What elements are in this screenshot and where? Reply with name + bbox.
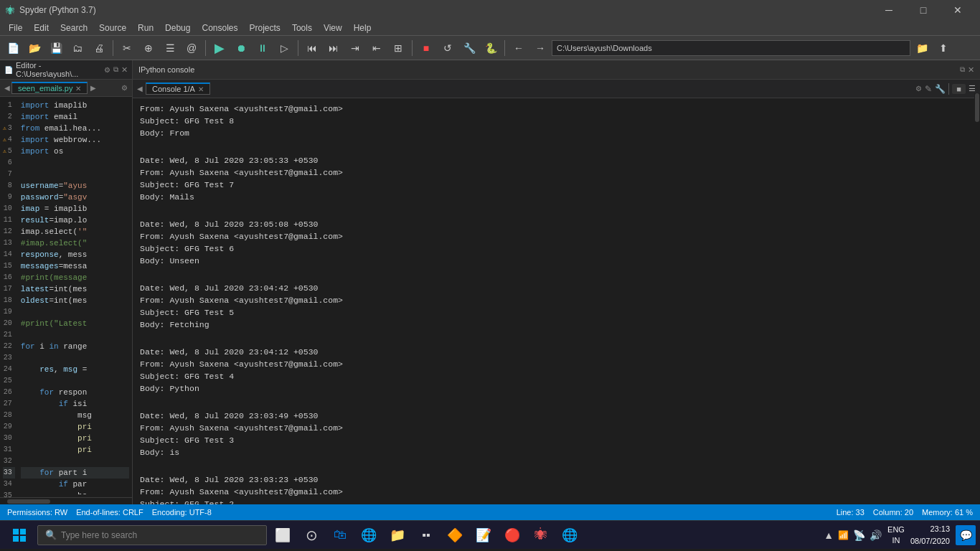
code-line-32 — [21, 456, 129, 467]
maximize-button[interactable]: □ — [907, 0, 940, 20]
stop-button[interactable]: ■ — [416, 38, 436, 58]
editor-file-tab-close[interactable]: ✕ — [75, 85, 81, 93]
editor-tab-left-nav[interactable]: ◀ — [3, 83, 11, 93]
tray-arrow[interactable]: ▲ — [824, 529, 834, 541]
store-button[interactable]: 🛍 — [327, 521, 353, 550]
edge-button[interactable]: 🌐 — [356, 521, 382, 550]
path-input[interactable] — [552, 40, 910, 56]
menu-consoles[interactable]: Consoles — [196, 22, 243, 34]
menu-tools[interactable]: Tools — [286, 22, 318, 34]
refresh-button[interactable]: ⬆ — [933, 38, 953, 58]
close-button[interactable]: ✕ — [941, 0, 974, 20]
minimize-button[interactable]: ─ — [872, 0, 905, 20]
console-tab-gear[interactable]: 🔧 — [935, 84, 946, 94]
editor-scrollbar-h[interactable] — [0, 497, 132, 504]
console-scroll-thumb[interactable] — [975, 93, 979, 122]
start-button[interactable] — [4, 521, 34, 550]
console-stop-btn[interactable]: ■ — [952, 84, 966, 94]
console-tab-edit[interactable]: ✎ — [925, 84, 932, 94]
menu-search[interactable]: Search — [55, 22, 93, 34]
line-num-20: 20 — [3, 318, 15, 329]
language-indicator[interactable]: ENGIN — [887, 524, 905, 545]
notification-button[interactable]: 💬 — [956, 525, 976, 545]
step-button[interactable]: ▷ — [274, 38, 294, 58]
print-button[interactable]: 🖨 — [89, 38, 109, 58]
task-view-button[interactable]: ⬜ — [270, 521, 296, 550]
editor-scroll-thumb[interactable] — [7, 499, 50, 504]
line-num-33: 33 — [3, 467, 15, 479]
conda-button[interactable]: 🐍 — [481, 38, 501, 58]
cmd-button[interactable]: ▪▪ — [413, 521, 439, 550]
editor-tab-menu[interactable]: ⚙ — [120, 83, 129, 93]
restart-button[interactable]: ↺ — [438, 38, 458, 58]
browse-button[interactable]: 📁 — [912, 38, 932, 58]
tray-network[interactable]: 📶 — [838, 530, 849, 540]
menu-help[interactable]: Help — [348, 22, 377, 34]
console-inner-tab[interactable]: Console 1/A ✕ — [146, 83, 210, 95]
cortana-button[interactable]: ⊙ — [298, 521, 324, 550]
browse-tabs-button[interactable]: ☰ — [160, 38, 180, 58]
output-subject-1: Subject: GFG Test 7 — [140, 179, 973, 191]
indent-button[interactable]: ⇥ — [345, 38, 365, 58]
console-tab-settings[interactable]: ⚙ — [915, 85, 922, 93]
open-file-button[interactable]: 📂 — [24, 38, 44, 58]
editor-header-title: Editor - C:\Users\ayush\... — [16, 61, 101, 78]
save-button[interactable]: 💾 — [46, 38, 66, 58]
menu-view[interactable]: View — [318, 22, 348, 34]
ipython-tab-label[interactable]: IPython console — [138, 65, 194, 74]
tray-volume[interactable]: 🔊 — [870, 529, 882, 541]
sticky-button[interactable]: 📝 — [471, 521, 496, 550]
menu-debug[interactable]: Debug — [159, 22, 196, 34]
save-all-button[interactable]: 🗂 — [67, 38, 88, 58]
debug-next-button[interactable]: ⏭ — [324, 38, 344, 58]
chrome-button[interactable]: 🌐 — [557, 521, 583, 550]
spyder-taskbar-button[interactable]: 🕷 — [528, 521, 554, 550]
forward-button[interactable]: → — [530, 38, 550, 58]
unindent-button[interactable]: ⇤ — [367, 38, 387, 58]
editor-float-icon[interactable]: ⧉ — [113, 65, 118, 74]
debugger-button[interactable]: 🔧 — [459, 38, 479, 58]
output-block-4: Date: Wed, 8 Jul 2020 23:04:12 +0530 Fro… — [140, 346, 973, 395]
menu-projects[interactable]: Projects — [244, 22, 286, 34]
console-tab-close[interactable]: ✕ — [198, 85, 204, 93]
copy-button[interactable]: ⊕ — [138, 38, 159, 58]
console-output[interactable]: From: Ayush Saxena <ayushtest7@gmail.com… — [133, 98, 980, 504]
editor-settings-icon[interactable]: ⚙ — [104, 66, 110, 74]
editor-file-tab[interactable]: seen_emails.py ✕ — [11, 82, 88, 94]
console-pane-close-icon[interactable]: ✕ — [968, 65, 974, 75]
editor-tab-right-nav[interactable]: ▶ — [89, 83, 98, 93]
clock-date: 08/07/2020 — [910, 535, 950, 547]
clock[interactable]: 23:13 08/07/2020 — [910, 523, 950, 547]
console-options-btn[interactable]: ☰ — [969, 84, 976, 93]
pane-tabs-row: 📄 Editor - C:\Users\ayush\... ⚙ ⧉ ✕ IPyt… — [0, 60, 980, 80]
at-button[interactable]: @ — [182, 38, 202, 58]
taskbar-search[interactable]: 🔍 Type here to search — [37, 525, 267, 545]
menu-run[interactable]: Run — [132, 22, 159, 34]
output-from-2: From: Ayush Saxena <ayushtest7@gmail.com… — [140, 230, 973, 242]
new-file-button[interactable]: 📄 — [3, 38, 23, 58]
run-button[interactable]: ▶ — [209, 38, 230, 58]
run-file-button[interactable]: ⏺ — [231, 38, 251, 58]
output-block-1: Date: Wed, 8 Jul 2020 23:05:33 +0530 Fro… — [140, 154, 973, 203]
zoom-button[interactable]: ⊞ — [388, 38, 408, 58]
console-tab-left[interactable]: ◀ — [137, 85, 143, 93]
editor-close-icon[interactable]: ✕ — [121, 65, 128, 75]
tray-wifi[interactable]: 📡 — [853, 529, 865, 541]
cut-button[interactable]: ✂ — [117, 38, 137, 58]
code-content[interactable]: import imaplib import email from email.h… — [21, 100, 129, 494]
vlc-button[interactable]: 🔶 — [442, 521, 468, 550]
code-editor-area[interactable]: 1 2 ⚠3 ⚠4 ⚠5 6 7 8 9 10 11 12 13 14 15 1… — [0, 97, 132, 497]
output-date-5: Date: Wed, 8 Jul 2020 23:03:49 +0530 — [140, 410, 973, 422]
menu-source[interactable]: Source — [93, 22, 132, 34]
back-button[interactable]: ← — [509, 38, 529, 58]
menu-file[interactable]: File — [3, 22, 28, 34]
line-num-29: 29 — [3, 421, 15, 433]
app7-button[interactable]: 🔴 — [499, 521, 525, 550]
debug-prev-button[interactable]: ⏮ — [302, 38, 322, 58]
code-line-5: import os — [21, 146, 129, 157]
menu-edit[interactable]: Edit — [28, 22, 55, 34]
run-cell-button[interactable]: ⏸ — [253, 38, 273, 58]
console-maximize-icon[interactable]: ⧉ — [960, 65, 965, 74]
explorer-button[interactable]: 📁 — [385, 521, 410, 550]
console-scrollbar[interactable] — [974, 93, 980, 472]
